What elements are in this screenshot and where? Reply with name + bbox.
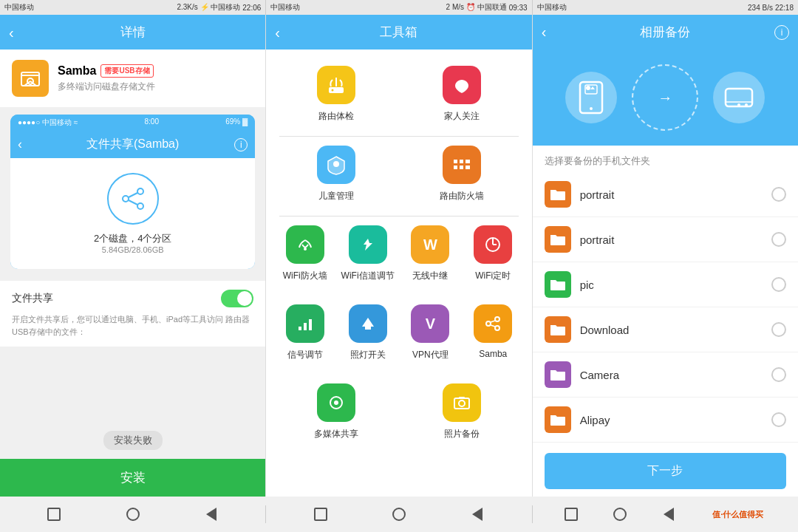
disk-size: 5.84GB/28.06GB — [102, 245, 164, 254]
tool-samba[interactable]: Samba — [462, 296, 525, 370]
tool-child-manage[interactable]: 儿童管理 — [273, 137, 399, 211]
vpn-label: VPN代理 — [412, 349, 449, 361]
folder-name-0: portrait — [580, 188, 771, 201]
tool-photo-backup[interactable]: 照片备份 — [399, 375, 525, 449]
folder-radio-2[interactable] — [771, 277, 786, 292]
svg-rect-14 — [460, 160, 463, 163]
svg-point-29 — [486, 321, 491, 326]
tool-router-check[interactable]: 路由体检 — [273, 57, 399, 132]
nav-circle-2[interactable] — [390, 505, 408, 523]
folder-item-3[interactable]: Download — [533, 307, 798, 352]
phone-mockup: ●●●●○ 中国移动 ≈ 8:00 69% ▓ ‹ 文件共享(Samba) i — [10, 115, 255, 269]
phone-status-bar: ●●●●○ 中国移动 ≈ 8:00 69% ▓ — [10, 115, 255, 131]
nav-circle-1[interactable] — [124, 505, 142, 523]
toolbox-header: ‹ 工具箱 — [266, 15, 531, 50]
folder-item-0[interactable]: portrait — [533, 172, 798, 217]
disk-info: 2个磁盘，4个分区 — [94, 232, 171, 245]
panel-photo-backup: ‹ 相册备份 i → — [533, 15, 798, 497]
status-bar-2: 中国移动 2 M/s ⏰ 中国联通 09:33 — [265, 0, 532, 15]
tool-family-watch[interactable]: 家人关注 — [399, 57, 525, 132]
svg-rect-13 — [454, 160, 457, 163]
carrier-2: 中国移动 — [270, 2, 300, 13]
nav-square-3[interactable] — [562, 505, 580, 523]
folder-radio-1[interactable] — [771, 232, 786, 247]
details-title: 详情 — [120, 25, 146, 39]
tools-row-bottom2: 信号调节 照灯开关 V VPN代理 — [273, 296, 524, 370]
folder-radio-3[interactable] — [771, 322, 786, 337]
details-back-button[interactable]: ‹ — [9, 24, 14, 41]
tool-light-switch[interactable]: 照灯开关 — [336, 296, 399, 370]
folder-radio-0[interactable] — [771, 187, 786, 202]
tools-grid: 路由体检 家人关注 — [266, 50, 531, 497]
folder-radio-4[interactable] — [771, 367, 786, 382]
tools-row-top: 路由体检 家人关注 — [273, 57, 524, 132]
app-desc: 多终端访问磁盘存储文件 — [58, 81, 155, 93]
app-name: Samba — [58, 64, 96, 78]
svg-point-41 — [590, 107, 593, 110]
child-manage-label: 儿童管理 — [318, 190, 354, 202]
panel-toolbox: ‹ 工具箱 路由体检 — [265, 15, 532, 497]
hdd-hero-icon — [713, 72, 765, 123]
tool-media-share[interactable]: 多媒体共享 — [273, 375, 399, 449]
photo-backup-back[interactable]: ‹ — [542, 24, 547, 41]
svg-line-8 — [129, 193, 137, 197]
install-fail-badge: 安装失败 — [103, 431, 163, 450]
folder-item-2[interactable]: pic — [533, 262, 798, 307]
time-1: 22:06 — [242, 4, 261, 12]
samba-label: Samba — [479, 349, 507, 359]
folder-icon-2 — [545, 271, 571, 298]
tools-row-bottom1: WiFi防火墙 WiFi信道调节 W 无线中继 — [273, 216, 524, 291]
samba-app-icon — [12, 60, 49, 97]
nav-back-1[interactable] — [202, 505, 220, 523]
nav-back-3[interactable] — [660, 505, 678, 523]
svg-point-30 — [495, 326, 499, 330]
next-step-button[interactable]: 下一步 — [545, 453, 786, 489]
nav-circle-3[interactable] — [611, 505, 629, 523]
folder-name-4: Camera — [580, 369, 771, 381]
folder-icon-3 — [545, 316, 571, 343]
tool-wireless-relay[interactable]: W 无线中继 — [399, 216, 462, 291]
signal-adjust-label: 信号调节 — [287, 349, 323, 361]
nav-square-1[interactable] — [45, 505, 63, 523]
status-bar-1: 中国移动 2.3K/s ⚡ 中国移动 22:06 — [0, 0, 265, 15]
folder-item-5[interactable]: Alipay — [533, 398, 798, 443]
status-bars: 中国移动 2.3K/s ⚡ 中国移动 22:06 中国移动 2 M/s ⏰ 中国… — [0, 0, 798, 15]
photo-backup-hero: → — [533, 50, 798, 146]
tools-row-mid: 儿童管理 路由防火墙 — [273, 137, 524, 211]
phone-title: 文件共享(Samba) — [86, 137, 179, 152]
tools-row-bottom3: 多媒体共享 照片备份 — [273, 375, 524, 449]
nav-back-2[interactable] — [468, 505, 486, 523]
photo-backup-info[interactable]: i — [774, 25, 789, 40]
wireless-relay-label: 无线中继 — [412, 270, 448, 282]
tool-wifi-timer[interactable]: WiFi定时 — [462, 216, 525, 291]
folder-item-4[interactable]: Camera — [533, 352, 798, 398]
tool-signal-adjust[interactable]: 信号调节 — [273, 296, 336, 370]
svg-rect-15 — [466, 160, 470, 163]
media-share-icon — [317, 383, 355, 422]
tool-wifi-channel[interactable]: WiFi信道调节 — [336, 216, 399, 291]
photo-backup-icon — [443, 383, 481, 422]
wifi-firewall-label: WiFi防火墙 — [283, 270, 327, 282]
svg-rect-27 — [365, 327, 371, 330]
toolbox-back-button[interactable]: ‹ — [275, 24, 280, 41]
svg-point-6 — [123, 196, 129, 202]
svg-rect-25 — [309, 319, 312, 330]
photo-backup-title: 相册备份 — [640, 24, 690, 41]
file-sharing-toggle[interactable] — [221, 290, 253, 307]
tool-firewall[interactable]: 路由防火墙 — [399, 137, 525, 211]
folder-icon-1 — [545, 226, 571, 253]
panel-details: ‹ 详情 Samba 需要USB存储 多终端访问磁盘存储文件 — [0, 15, 265, 497]
tool-wifi-firewall[interactable]: WiFi防火墙 — [273, 216, 336, 291]
nav-square-2[interactable] — [312, 505, 330, 523]
folder-icon-5 — [545, 406, 571, 433]
svg-rect-37 — [459, 397, 465, 399]
file-sharing-label: 文件共享 — [12, 292, 53, 305]
folder-select-content: 选择要备份的手机文件夹 portrait portrait pic Downlo… — [533, 146, 798, 446]
folder-item-1[interactable]: portrait — [533, 217, 798, 262]
firewall-label: 路由防火墙 — [440, 190, 484, 202]
install-button[interactable]: 安装 — [0, 459, 265, 497]
folder-radio-5[interactable] — [771, 412, 786, 427]
tool-vpn[interactable]: V VPN代理 — [399, 296, 462, 370]
app-title-block: Samba 需要USB存储 多终端访问磁盘存储文件 — [58, 64, 155, 93]
samba-icon — [474, 304, 512, 343]
